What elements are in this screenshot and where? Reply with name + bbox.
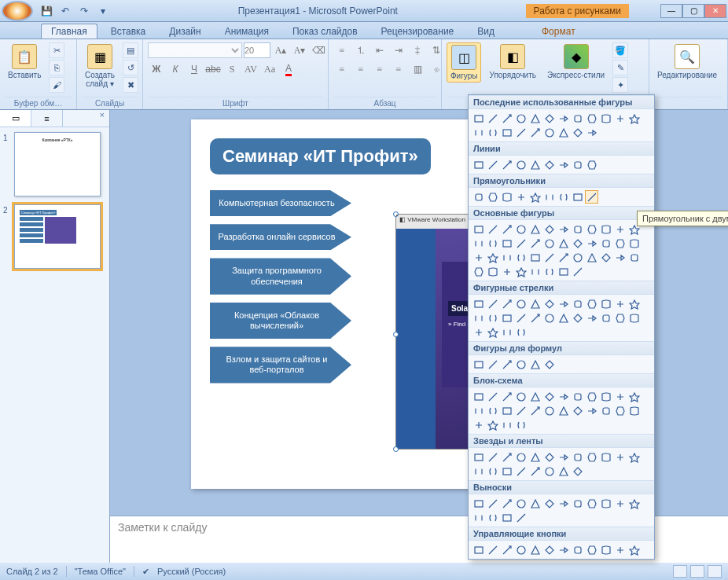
shape-item[interactable] bbox=[528, 112, 542, 125]
shape-item[interactable] bbox=[613, 543, 627, 556]
tab-home[interactable]: Главная bbox=[41, 24, 97, 39]
shape-item[interactable] bbox=[613, 251, 627, 264]
shape-item[interactable] bbox=[514, 404, 528, 417]
arrow-item[interactable]: Компьютерная безопасность bbox=[210, 190, 351, 216]
shape-item[interactable] bbox=[500, 251, 513, 264]
shape-item[interactable] bbox=[557, 222, 570, 236]
shape-item[interactable] bbox=[599, 404, 612, 417]
shape-item[interactable] bbox=[571, 237, 584, 250]
shape-item[interactable] bbox=[472, 418, 485, 431]
reset-icon[interactable]: ↺ bbox=[123, 60, 138, 75]
indent-inc-icon[interactable]: ⇥ bbox=[390, 42, 407, 58]
shape-item[interactable] bbox=[542, 251, 556, 264]
tab-slideshow[interactable]: Показ слайдов bbox=[282, 24, 368, 39]
shape-item[interactable] bbox=[542, 297, 556, 310]
shape-item[interactable] bbox=[599, 112, 612, 125]
shape-effects-icon[interactable]: ✦ bbox=[612, 77, 628, 93]
shape-item[interactable] bbox=[571, 190, 584, 204]
font-color-icon[interactable]: A bbox=[280, 61, 297, 77]
status-lang[interactable]: Русский (Россия) bbox=[157, 567, 226, 576]
slide-thumb-2[interactable]: 2 Семинар «ИТ Профит» bbox=[5, 204, 105, 269]
shape-item[interactable] bbox=[542, 497, 556, 510]
shape-item[interactable] bbox=[500, 543, 513, 556]
tab-format[interactable]: Формат bbox=[531, 24, 586, 39]
align-left-icon[interactable]: ≡ bbox=[333, 61, 351, 77]
shape-item[interactable] bbox=[472, 126, 485, 139]
shape-item[interactable] bbox=[528, 497, 542, 510]
shape-item[interactable] bbox=[500, 126, 513, 139]
shape-item[interactable] bbox=[613, 297, 627, 310]
redo-icon[interactable]: ↷ bbox=[77, 4, 91, 18]
shadow-icon[interactable]: S bbox=[223, 61, 241, 77]
shape-item[interactable] bbox=[557, 251, 570, 264]
shape-item[interactable] bbox=[528, 297, 542, 310]
shape-item[interactable] bbox=[557, 237, 570, 250]
shape-item[interactable] bbox=[500, 112, 513, 125]
tab-review[interactable]: Рецензирование bbox=[371, 24, 465, 39]
shape-item[interactable] bbox=[472, 511, 485, 524]
minimize-button[interactable]: — bbox=[660, 4, 682, 18]
align-center-icon[interactable]: ≡ bbox=[352, 61, 370, 77]
shape-item[interactable] bbox=[486, 325, 499, 339]
shape-item[interactable] bbox=[557, 497, 570, 510]
close-panel-icon[interactable]: × bbox=[95, 110, 109, 127]
shape-item[interactable] bbox=[585, 297, 598, 310]
shape-item[interactable] bbox=[500, 390, 513, 403]
shape-item[interactable] bbox=[571, 112, 584, 125]
undo-icon[interactable]: ↶ bbox=[58, 4, 72, 18]
shape-item[interactable] bbox=[627, 543, 641, 556]
outline-tab[interactable]: ≡ bbox=[31, 110, 63, 127]
shape-item[interactable] bbox=[514, 543, 528, 556]
shape-item[interactable] bbox=[627, 237, 641, 250]
shapes-button[interactable]: ◫ Фигуры bbox=[447, 42, 481, 83]
shape-item[interactable] bbox=[557, 543, 570, 556]
shape-item[interactable] bbox=[557, 190, 570, 204]
shape-item[interactable] bbox=[472, 265, 485, 278]
shape-item[interactable] bbox=[542, 450, 556, 464]
shape-item[interactable] bbox=[486, 297, 499, 310]
shape-item[interactable] bbox=[557, 158, 570, 171]
shape-item[interactable] bbox=[528, 222, 542, 236]
shape-item[interactable] bbox=[486, 390, 499, 403]
shape-item[interactable] bbox=[557, 390, 570, 403]
shape-item[interactable] bbox=[500, 190, 513, 204]
shape-item[interactable] bbox=[500, 297, 513, 310]
bullets-icon[interactable]: ≡ bbox=[333, 42, 351, 58]
shape-item[interactable] bbox=[627, 297, 641, 310]
shape-item[interactable] bbox=[486, 358, 499, 371]
shape-item[interactable] bbox=[514, 418, 528, 431]
shape-item[interactable] bbox=[514, 222, 528, 236]
shape-item[interactable] bbox=[500, 158, 513, 171]
shape-item[interactable] bbox=[542, 158, 556, 171]
shape-item[interactable] bbox=[528, 464, 542, 478]
new-slide-button[interactable]: ▦ Создатьслайд ▾ bbox=[82, 42, 118, 90]
shape-item[interactable] bbox=[472, 251, 485, 264]
shape-item[interactable] bbox=[528, 251, 542, 264]
shape-item[interactable] bbox=[500, 325, 513, 339]
shape-item[interactable] bbox=[514, 358, 528, 371]
shape-item[interactable] bbox=[571, 251, 584, 264]
shape-item[interactable] bbox=[514, 450, 528, 464]
shape-item[interactable] bbox=[571, 311, 584, 325]
shape-item[interactable] bbox=[486, 265, 499, 278]
shape-item[interactable] bbox=[571, 297, 584, 310]
shape-item[interactable] bbox=[528, 450, 542, 464]
shape-item[interactable] bbox=[472, 497, 485, 510]
shape-item[interactable] bbox=[542, 265, 556, 278]
paste-button[interactable]: 📋 Вставить bbox=[5, 42, 44, 81]
shape-item[interactable] bbox=[514, 311, 528, 325]
shape-item[interactable] bbox=[486, 251, 499, 264]
numbering-icon[interactable]: ⒈ bbox=[352, 42, 370, 58]
shape-item[interactable] bbox=[571, 158, 584, 171]
arrow-item[interactable]: Защита программного обеспечения bbox=[210, 258, 351, 294]
shape-item[interactable] bbox=[514, 190, 528, 204]
shape-item[interactable] bbox=[585, 190, 598, 204]
shape-item[interactable] bbox=[472, 543, 485, 556]
shape-item[interactable] bbox=[514, 251, 528, 264]
shape-item[interactable] bbox=[514, 112, 528, 125]
shape-item[interactable] bbox=[472, 237, 485, 250]
shape-item[interactable] bbox=[557, 464, 570, 478]
shape-item[interactable] bbox=[571, 265, 584, 278]
tab-animation[interactable]: Анимация bbox=[215, 24, 279, 39]
shape-item[interactable] bbox=[528, 190, 542, 204]
